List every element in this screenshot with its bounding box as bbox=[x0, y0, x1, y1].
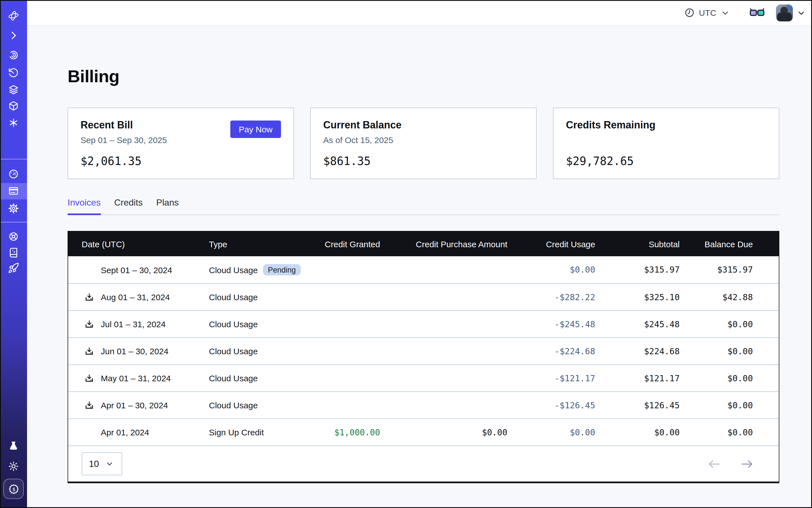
cube-icon[interactable] bbox=[8, 100, 19, 112]
pagination-arrows bbox=[708, 459, 754, 468]
credit-usage-value: -$224.68 bbox=[507, 346, 595, 356]
invoice-type-cell: Cloud Usage bbox=[209, 319, 305, 329]
docs-book-icon[interactable] bbox=[8, 247, 19, 258]
goggles-icon[interactable] bbox=[750, 7, 765, 18]
table-row[interactable]: Jun 01 – 30, 2024 Cloud Usage -$224.68 $… bbox=[68, 337, 779, 365]
col-date: Date (UTC) bbox=[82, 239, 209, 249]
card-subtitle: As of Oct 15, 2025 bbox=[323, 135, 524, 145]
recent-bill-card: Recent Bill Sep 01 – Sep 30, 2025 $2,061… bbox=[68, 108, 294, 179]
history-rewind-icon[interactable] bbox=[8, 68, 19, 79]
invoice-type-cell: Cloud Usage bbox=[209, 346, 305, 356]
page-size-value: 10 bbox=[89, 459, 99, 469]
invoice-date: Apr 01, 2024 bbox=[101, 427, 149, 437]
col-credit-purchase: Credit Purchase Amount bbox=[380, 239, 507, 249]
invoice-date-cell: May 01 – 31, 2024 bbox=[82, 373, 209, 383]
invoice-type: Cloud Usage bbox=[209, 265, 258, 274]
chevron-down-icon[interactable] bbox=[797, 9, 805, 16]
clock-icon bbox=[684, 7, 695, 18]
subtotal-value: $224.68 bbox=[595, 346, 680, 356]
invoice-date-cell: Apr 01 – 30, 2024 bbox=[82, 400, 209, 410]
invoice-date: Sept 01 – 30, 2024 bbox=[101, 265, 172, 274]
table-row[interactable]: Apr 01 – 30, 2024 Cloud Usage -$126.45 $… bbox=[68, 391, 779, 418]
download-invoice-icon[interactable] bbox=[84, 292, 94, 302]
rocket-icon[interactable] bbox=[8, 262, 19, 274]
card-amount: $29,782.65 bbox=[566, 154, 766, 168]
invoice-date-cell: Aug 01 – 31, 2024 bbox=[82, 292, 209, 302]
settings-gear-icon[interactable] bbox=[8, 203, 19, 214]
billing-tabs: Invoices Credits Plans bbox=[68, 198, 779, 215]
asterisk-icon[interactable] bbox=[8, 117, 19, 128]
invoice-date-cell: Jun 01 – 30, 2024 bbox=[82, 346, 209, 356]
gauge-icon[interactable] bbox=[8, 168, 19, 180]
status-badge: Pending bbox=[263, 264, 301, 276]
invoice-type: Cloud Usage bbox=[209, 292, 258, 302]
table-row[interactable]: May 01 – 31, 2024 Cloud Usage -$121.17 $… bbox=[68, 365, 779, 391]
billing-card-icon[interactable] bbox=[8, 185, 19, 197]
app-window: $ UTC Billing bbox=[0, 0, 812, 508]
invoice-type: Cloud Usage bbox=[209, 400, 258, 410]
tab-credits[interactable]: Credits bbox=[114, 198, 142, 215]
sun-icon[interactable] bbox=[8, 461, 19, 472]
table-body: Sept 01 – 30, 2024 Cloud Usage Pending $… bbox=[68, 256, 779, 446]
credit-purchase-value: $0.00 bbox=[380, 427, 507, 437]
trace-target-icon[interactable] bbox=[8, 49, 19, 60]
layers-icon[interactable] bbox=[8, 84, 19, 95]
invoice-date-cell: Apr 01, 2024 bbox=[82, 427, 209, 437]
col-type: Type bbox=[209, 239, 305, 249]
credits-badge-button[interactable]: $ bbox=[3, 479, 24, 499]
support-wheel-icon[interactable] bbox=[8, 231, 19, 242]
tab-invoices[interactable]: Invoices bbox=[68, 198, 100, 215]
col-credit-granted: Credit Granted bbox=[305, 239, 380, 249]
balance-due-value: $42.88 bbox=[680, 292, 753, 302]
balance-due-value: $0.00 bbox=[680, 373, 753, 383]
balance-due-value: $315.97 bbox=[680, 265, 753, 275]
subtotal-value: $126.45 bbox=[595, 400, 680, 410]
chevron-down-icon bbox=[106, 460, 113, 467]
download-invoice-icon[interactable] bbox=[84, 319, 94, 329]
card-subtitle bbox=[566, 135, 766, 145]
invoice-date: Jun 01 – 30, 2024 bbox=[101, 346, 168, 356]
credits-remaining-card: Credits Remaining $29,782.65 bbox=[553, 108, 779, 179]
balance-due-value: $0.00 bbox=[680, 319, 753, 329]
chevron-down-icon bbox=[721, 9, 729, 16]
prev-page-arrow-icon[interactable] bbox=[708, 459, 721, 468]
subtotal-value: $315.97 bbox=[595, 265, 680, 275]
balance-due-value: $0.00 bbox=[680, 427, 753, 437]
invoice-date-cell: Sept 01 – 30, 2024 bbox=[82, 265, 209, 274]
table-row[interactable]: Jul 01 – 31, 2024 Cloud Usage -$245.48 $… bbox=[68, 310, 779, 337]
invoice-type-cell: Cloud Usage bbox=[209, 292, 305, 302]
pay-now-button[interactable]: Pay Now bbox=[230, 121, 281, 138]
table-row[interactable]: Sept 01 – 30, 2024 Cloud Usage Pending $… bbox=[68, 256, 779, 283]
table-footer: 10 bbox=[68, 446, 779, 481]
invoice-type: Cloud Usage bbox=[209, 319, 258, 329]
user-avatar[interactable] bbox=[776, 4, 793, 21]
balance-due-value: $0.00 bbox=[680, 346, 753, 356]
subtotal-value: $0.00 bbox=[595, 427, 680, 437]
download-invoice-icon[interactable] bbox=[84, 373, 94, 383]
flask-icon[interactable] bbox=[8, 440, 19, 452]
sidebar-expand-chevron-icon[interactable] bbox=[8, 30, 19, 41]
tab-plans[interactable]: Plans bbox=[156, 198, 179, 215]
credit-usage-value: $0.00 bbox=[507, 265, 595, 275]
card-title: Current Balance bbox=[323, 119, 524, 131]
download-invoice-icon[interactable] bbox=[84, 400, 94, 410]
invoice-date-cell: Jul 01 – 31, 2024 bbox=[82, 319, 209, 329]
invoice-type-cell: Sign Up Credit bbox=[209, 427, 305, 437]
page-size-select[interactable]: 10 bbox=[82, 452, 122, 475]
next-page-arrow-icon[interactable] bbox=[740, 459, 754, 468]
invoice-type: Sign Up Credit bbox=[209, 427, 264, 437]
sidebar-divider bbox=[0, 222, 27, 222]
table-row[interactable]: Aug 01 – 31, 2024 Cloud Usage -$282.22 $… bbox=[68, 283, 779, 310]
card-amount: $861.35 bbox=[323, 154, 524, 168]
invoice-type-cell: Cloud Usage bbox=[209, 400, 305, 410]
timezone-selector[interactable]: UTC bbox=[684, 7, 729, 18]
current-balance-card: Current Balance As of Oct 15, 2025 $861.… bbox=[310, 108, 537, 179]
balance-due-value: $0.00 bbox=[680, 400, 753, 410]
invoice-date: May 01 – 31, 2024 bbox=[101, 373, 171, 383]
table-row[interactable]: Apr 01, 2024 Sign Up Credit $1,000.00 $0… bbox=[68, 418, 779, 446]
subtotal-value: $325.10 bbox=[595, 292, 680, 302]
credit-granted-value: $1,000.00 bbox=[305, 427, 380, 437]
subtotal-value: $121.17 bbox=[595, 373, 680, 383]
download-invoice-icon[interactable] bbox=[84, 346, 94, 356]
orbit-logo-icon[interactable] bbox=[8, 10, 19, 22]
